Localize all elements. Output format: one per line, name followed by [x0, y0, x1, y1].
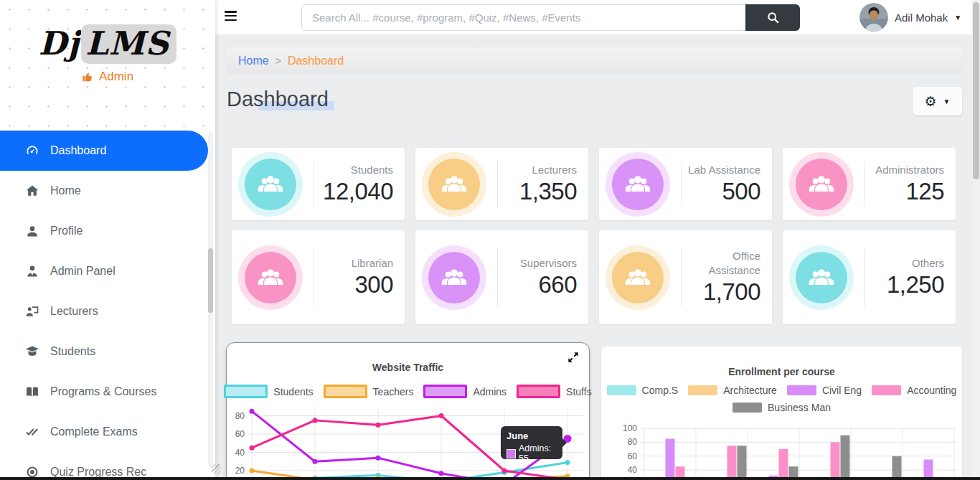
main-scrollbar[interactable]	[972, 0, 980, 480]
chevron-down-icon: ▼	[943, 98, 951, 105]
avatar-image	[859, 3, 888, 32]
app-window: DjLMS Admin Dashboard Home Profile Admin	[0, 0, 980, 480]
users-icon-badge	[796, 159, 847, 210]
user-menu[interactable]: Adil Mohak ▼	[859, 3, 961, 32]
users-icon	[440, 172, 468, 197]
stat-value: 300	[314, 271, 393, 298]
main-scrollbar-thumb[interactable]	[973, 2, 979, 179]
stat-card-supervisors: Supervisors660	[415, 230, 588, 324]
users-icon-badge	[612, 252, 664, 303]
svg-text:60: 60	[235, 429, 245, 439]
user-icon	[25, 224, 39, 238]
sidebar-item-programs-courses[interactable]: Programs & Courses	[0, 372, 215, 412]
users-icon	[440, 265, 468, 290]
admin-role-link[interactable]: Admin	[0, 70, 215, 84]
chart-card-website-traffic: Website Traffic StudentsTeachersAdminsSt…	[226, 342, 590, 480]
users-icon	[623, 265, 652, 290]
users-icon-badge	[428, 252, 480, 303]
lecturer-icon	[25, 304, 39, 319]
breadcrumb-home-link[interactable]: Home	[238, 55, 269, 67]
hamburger-menu-button[interactable]	[225, 11, 237, 23]
resize-grip[interactable]	[212, 464, 221, 474]
sidebar-item-admin-panel[interactable]: Admin Panel	[0, 251, 215, 291]
stat-card-office-assistance: Office Assistance1,700	[599, 230, 772, 324]
stat-card-lecturers: Lecturers1,350	[415, 148, 588, 220]
sidebar-item-label: Lecturers	[50, 305, 98, 318]
stat-card-lab-assistance: Lab Assistance500	[599, 148, 772, 220]
svg-text:80: 80	[628, 437, 638, 447]
topbar: Adil Mohak ▼	[215, 0, 980, 35]
breadcrumb-current: Dashboard	[288, 55, 344, 67]
stat-label: Students	[314, 163, 393, 177]
stat-card-others: Others1,250	[783, 230, 956, 324]
search-icon	[766, 11, 780, 24]
sidebar-item-home[interactable]: Home	[0, 171, 215, 211]
chevron-down-icon: ▼	[954, 14, 961, 22]
legend-item[interactable]: Stuffs	[517, 385, 592, 398]
sidebar-item-quiz-progress[interactable]: Quiz Progress Rec	[0, 452, 215, 480]
line-chart-legend: StudentsTeachersAdminsStuffs	[227, 385, 589, 398]
users-icon	[807, 172, 836, 197]
users-icon	[807, 265, 836, 290]
sidebar-item-students[interactable]: Students	[0, 331, 215, 372]
legend-item[interactable]: Students	[224, 385, 313, 398]
tooltip-value: Admins: 55	[519, 443, 557, 463]
users-icon-badge	[245, 159, 296, 210]
search-bar	[301, 4, 800, 31]
svg-text:40: 40	[235, 448, 245, 458]
sidebar-item-profile[interactable]: Profile	[0, 211, 215, 251]
stat-card-administrators: Administrators125	[783, 148, 956, 220]
legend-item[interactable]: Admins	[423, 385, 507, 398]
home-icon	[25, 184, 39, 198]
stat-label: Supervisors	[498, 256, 577, 270]
settings-button[interactable]: ⚙ ▼	[913, 87, 962, 116]
page-title-text: Dashboard	[227, 88, 329, 110]
sidebar: DjLMS Admin Dashboard Home Profile Admin	[0, 0, 215, 480]
breadcrumb-separator: >	[275, 55, 281, 67]
logo-dj: Dj	[39, 24, 80, 62]
users-icon	[623, 172, 652, 197]
stat-label: Librarian	[314, 256, 393, 270]
svg-text:40: 40	[628, 465, 638, 475]
chart-card-enrollment: Enrollment per course Comp.SArchitecture…	[601, 347, 962, 480]
users-icon	[256, 172, 285, 197]
graduate-icon	[25, 344, 39, 359]
stat-value: 1,250	[865, 271, 944, 298]
admin-role-label: Admin	[99, 70, 133, 84]
book-icon	[25, 385, 39, 399]
sidebar-header: DjLMS Admin	[0, 0, 215, 131]
user-name: Adil Mohak	[895, 11, 948, 24]
bottom-bar	[0, 477, 980, 480]
stat-label: Office Assistance	[682, 249, 760, 278]
breadcrumb: Home > Dashboard	[227, 47, 962, 74]
stat-label: Administrators	[865, 163, 944, 177]
legend-item[interactable]: Teachers	[324, 385, 414, 398]
page-title: Dashboard	[227, 88, 329, 111]
sidebar-item-label: Students	[50, 345, 95, 358]
sidebar-scrollbar[interactable]	[208, 132, 213, 468]
gear-icon: ⚙	[925, 95, 937, 108]
sidebar-item-dashboard[interactable]: Dashboard	[0, 131, 208, 171]
stat-card-grid: Students12,040 Lecturers1,350 Lab Assist…	[232, 148, 956, 324]
svg-text:60: 60	[628, 451, 638, 461]
stat-value: 660	[498, 271, 577, 298]
stat-value: 125	[865, 178, 944, 205]
search-input[interactable]	[301, 4, 745, 31]
logo-lms: LMS	[81, 24, 176, 64]
sidebar-item-lecturers[interactable]: Lecturers	[0, 291, 215, 331]
stat-card-librarian: Librarian300	[232, 230, 405, 324]
search-button[interactable]	[745, 4, 800, 31]
stat-label: Others	[865, 256, 944, 270]
sidebar-item-complete-exams[interactable]: Complete Exams	[0, 412, 215, 452]
svg-text:80: 80	[235, 411, 245, 421]
sidebar-nav: Dashboard Home Profile Admin Panel Lectu…	[0, 131, 215, 480]
sidebar-item-label: Home	[50, 184, 81, 197]
thumbs-up-icon	[82, 71, 94, 83]
sidebar-scrollbar-thumb[interactable]	[208, 248, 213, 313]
users-icon-badge	[796, 252, 847, 303]
user-avatar[interactable]	[859, 3, 888, 32]
stat-value: 1,700	[682, 278, 760, 306]
svg-text:100: 100	[623, 423, 637, 433]
stat-label: Lecturers	[498, 163, 577, 177]
app-logo: DjLMS	[0, 0, 215, 62]
